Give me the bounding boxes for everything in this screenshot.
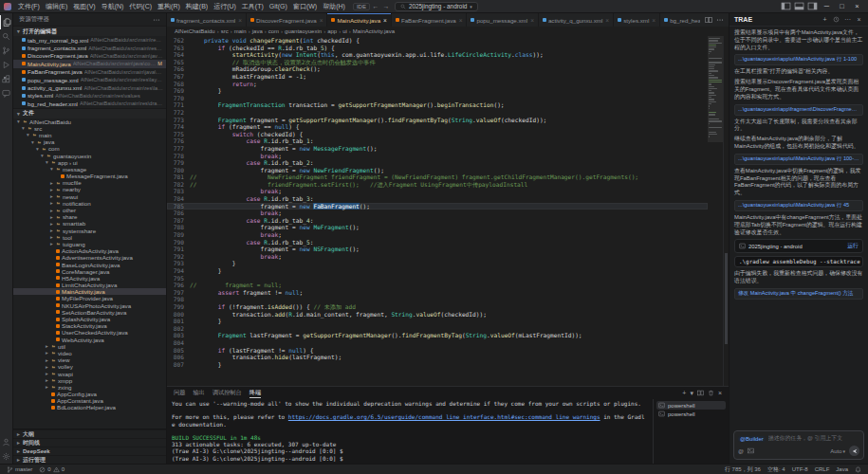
tree-item[interactable]: AppConfig.java: [13, 391, 166, 397]
tree-item[interactable]: LimitChatActivity.java: [13, 282, 166, 288]
tree-item[interactable]: StackActivity.java: [13, 322, 166, 329]
send-button[interactable]: [849, 446, 859, 456]
file-reference-chip[interactable]: ...\guantaoyuexin\app\ui\MainActivity.ja…: [734, 200, 863, 211]
panel-tab-输出[interactable]: 输出: [193, 389, 204, 397]
breadcrumb-item[interactable]: ui: [342, 28, 347, 34]
problems-indicator[interactable]: 00: [39, 466, 65, 473]
statusbar-item[interactable]: CRLF: [815, 466, 830, 472]
mention-chip[interactable]: @Builder: [738, 436, 766, 442]
app-logo-icon[interactable]: [4, 3, 11, 10]
tree-item[interactable]: ▸notification: [13, 200, 166, 207]
activitybar-ai-chat[interactable]: [0, 86, 13, 100]
tree-item[interactable]: ▸wxapi: [13, 370, 166, 376]
activitybar-extensions[interactable]: [0, 72, 13, 86]
open-editor-item[interactable]: FaBanFragment.javaAlNetChatBaidu\src\mai…: [13, 68, 166, 76]
tree-item[interactable]: ▸zxing: [13, 384, 166, 391]
terminal-dropdown-icon[interactable]: ▾: [690, 390, 693, 397]
tree-item[interactable]: BdLocationHelper.java: [13, 404, 166, 410]
nav-forward-icon[interactable]: →: [381, 3, 391, 9]
menu-item[interactable]: 窗口(W): [290, 2, 320, 11]
model-selector[interactable]: Auto ▾: [830, 448, 845, 454]
tree-item[interactable]: AppConstant.java: [13, 397, 166, 404]
kill-terminal-icon[interactable]: [708, 390, 714, 396]
tree-item[interactable]: NKUSAirPhotoActivity.java: [13, 302, 166, 309]
menu-item[interactable]: 构建(B): [183, 2, 211, 11]
activitybar-search[interactable]: [0, 29, 13, 44]
breadcrumb-item[interactable]: app: [327, 28, 337, 34]
tree-item[interactable]: MyFileProvider.java: [13, 295, 166, 301]
close-button[interactable]: ×: [850, 0, 864, 12]
terminal-output[interactable]: You can use '--warning-mode all' to show…: [167, 399, 653, 464]
editor-tab[interactable]: bg_red_header.xml×: [660, 13, 700, 27]
tree-item[interactable]: ▸volley: [13, 363, 166, 370]
tree-item[interactable]: ▸smarttab: [13, 220, 166, 227]
history-icon[interactable]: [832, 15, 840, 24]
tree-item[interactable]: ▸other: [13, 207, 166, 213]
menu-item[interactable]: 运行(U): [211, 2, 239, 11]
menu-item[interactable]: 导航(N): [99, 2, 127, 11]
minimize-button[interactable]: ─: [820, 0, 834, 12]
new-terminal-icon[interactable]: +: [682, 390, 686, 396]
tree-item[interactable]: ▸view: [13, 356, 166, 363]
toggle-panel-icon[interactable]: [793, 1, 805, 11]
menu-item[interactable]: 工具(T): [239, 2, 267, 11]
terminal-run-card[interactable]: 2025jingting - android运行: [734, 239, 863, 253]
activitybar-settings[interactable]: [0, 449, 13, 464]
at-context-icon[interactable]: @: [738, 448, 744, 454]
statusbar-item[interactable]: UTF-8: [792, 466, 808, 472]
sidebar-section-时间线[interactable]: ▸时间线: [13, 438, 166, 447]
tree-item[interactable]: ▾com: [13, 145, 166, 152]
notifications-bell[interactable]: [855, 466, 861, 473]
new-chat-icon[interactable]: +: [821, 15, 829, 24]
statusbar-item[interactable]: Java: [836, 466, 848, 472]
terminal-instance[interactable]: powershell: [656, 401, 726, 410]
menu-item[interactable]: 重构(R): [155, 2, 183, 11]
tree-item[interactable]: ▸tuiguang: [13, 241, 166, 247]
sidebar-section-DeepSeek[interactable]: ▸DeepSeek: [13, 447, 166, 455]
code-editor[interactable]: 762 private void changeFragment(int chec…: [167, 36, 708, 386]
scrollbar-thumb[interactable]: [725, 253, 728, 344]
open-editor-item[interactable]: bg_red_header.xmlAlNetChatBaidu\src\main…: [13, 100, 166, 107]
activitybar-account[interactable]: [0, 435, 13, 449]
breadcrumb-item[interactable]: AlNetChatBaidu: [175, 28, 215, 34]
editor-scrollbar[interactable]: [723, 36, 729, 386]
nav-back-icon[interactable]: ←: [371, 3, 380, 9]
minimap[interactable]: [708, 36, 723, 386]
tree-item[interactable]: ▾main: [13, 132, 166, 138]
chat-input-box[interactable]: @Builder 描述你的任务，@ 引用上下文 @ Auto ▾: [733, 430, 864, 460]
breadcrumb-item[interactable]: MainActivity.java: [353, 28, 395, 34]
tree-item[interactable]: SetActionBarActivity.java: [13, 309, 166, 316]
menu-item[interactable]: Git(G): [267, 3, 290, 9]
menu-item[interactable]: 帮助(H): [320, 2, 348, 11]
menu-item[interactable]: 文件(F): [15, 2, 43, 11]
chat-input-placeholder[interactable]: 描述你的任务，@ 引用上下文: [768, 434, 842, 443]
tree-item[interactable]: ActionAdsActivity.java: [13, 247, 166, 254]
close-icon[interactable]: ×: [459, 17, 463, 24]
tree-item[interactable]: WebActivity.java: [13, 337, 166, 343]
tree-item[interactable]: ▸systemshare: [13, 228, 166, 234]
split-terminal-icon[interactable]: [697, 390, 704, 396]
open-editor-item[interactable]: DiscoverFragment.javaAlNetChatBaidu\src\…: [13, 52, 166, 60]
panel-tab-问题[interactable]: 问题: [174, 389, 185, 397]
breadcrumb-item[interactable]: src: [221, 28, 229, 34]
tree-item[interactable]: ▸tool: [13, 234, 166, 241]
close-panel-icon[interactable]: ×: [718, 390, 722, 396]
terminal-link[interactable]: https://docs.gradle.org/6.5/userguide/co…: [288, 413, 600, 420]
more-icon[interactable]: ⋯: [843, 15, 852, 24]
panel-tab-终端[interactable]: 终端: [249, 389, 261, 397]
open-editor-item[interactable]: activity_q_gunxu.xmlAlNetChatBaidu\src\m…: [13, 83, 166, 91]
toggle-secondary-sidebar-icon[interactable]: [806, 1, 819, 11]
more-icon[interactable]: [153, 16, 160, 24]
tree-item[interactable]: ▸mucfile: [13, 179, 166, 186]
tree-item[interactable]: AdvertisementsActivity.java: [13, 254, 166, 261]
tree-item[interactable]: BaseLoginActivity.java: [13, 261, 166, 267]
editor-tab[interactable]: DiscoverFragment.java×: [247, 13, 327, 27]
image-attach-icon[interactable]: [748, 447, 754, 454]
editor-tab[interactable]: popu_message.xml×: [467, 13, 538, 27]
tree-item[interactable]: ▾message: [13, 166, 166, 173]
breadcrumb-item[interactable]: java: [252, 28, 263, 34]
tree-item[interactable]: ▸nearby: [13, 186, 166, 192]
file-reference-chip[interactable]: ...\guantaoyuexin\app\fragment\DiscoverF…: [734, 104, 863, 116]
activitybar-run-debug[interactable]: [0, 58, 13, 72]
menu-item[interactable]: 代码(C): [126, 2, 155, 11]
